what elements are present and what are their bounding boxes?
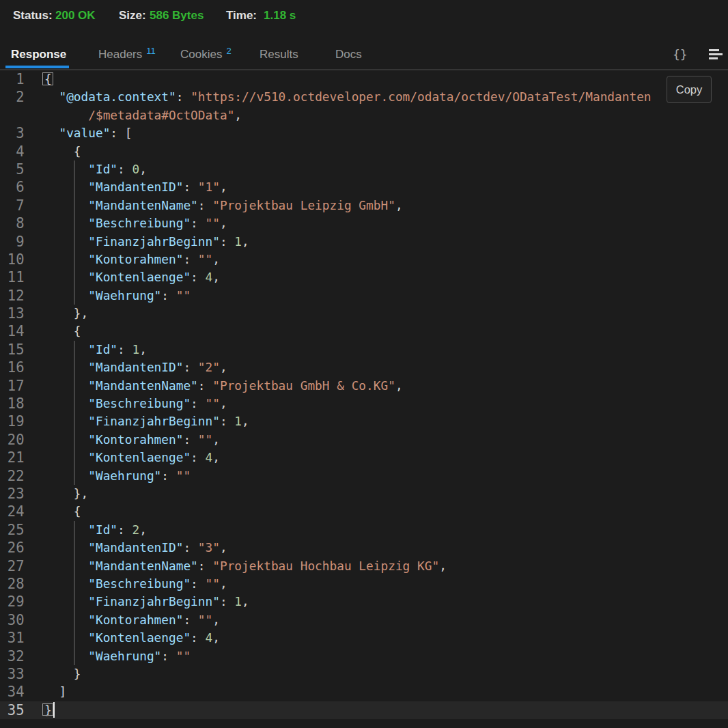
code-line-content: "Waehrung": "" [44,287,191,305]
size-value: 586 Bytes [150,9,204,23]
tab-response[interactable]: Response [11,48,66,61]
code-line-content: "MandantenID": "2", [44,359,227,376]
code-token: : [161,649,176,663]
code-token [44,559,88,573]
line-number: 2 [0,88,25,106]
line-number: 33 [0,665,25,683]
code-line-content: "MandantenName": "Projektbau Leipzig Gmb… [44,197,403,214]
code-line-content: { [44,143,81,160]
code-area[interactable]: 1{2 "@odata.context": "https://v510.octd… [0,70,728,728]
code-token: : [183,180,197,194]
code-token: "MandantenName" [88,559,198,573]
line-number: 1 [0,70,25,88]
code-token: "Id" [88,162,117,176]
code-token: : [183,540,197,555]
tab-headers-label: Headers [98,48,142,61]
text-cursor [53,702,55,718]
code-token: : [191,450,205,464]
line-number: 24 [0,503,25,520]
code-line: 30 "Kontorahmen": "", [0,611,728,629]
code-token [44,504,74,518]
line-number: 9 [0,233,25,251]
line-number: 22 [0,467,25,485]
code-line: 27 "MandantenName": "Projektbau Hochbau … [0,557,728,575]
line-number: 27 [0,557,25,575]
code-token: : [220,234,234,249]
tab-results[interactable]: Results [260,48,298,61]
code-token [44,486,74,501]
code-token: , [234,108,242,122]
code-token: , [220,180,227,194]
code-line: 24 { [0,503,728,520]
line-number: 15 [0,341,25,359]
code-token: 1 [234,234,242,249]
code-token [44,684,59,699]
code-token [44,108,88,122]
code-token [44,649,88,663]
tab-headers[interactable]: Headers11 [98,48,156,61]
menu-icon[interactable] [709,49,723,60]
code-line: 34 ] [0,683,728,701]
line-number: 3 [0,124,25,142]
code-line-content: "Kontenlaenge": 4, [44,449,220,466]
code-line: 14 { [0,322,728,340]
code-line: 6 "MandantenID": "1", [0,178,728,196]
code-token [44,522,88,537]
code-token: , [212,450,220,464]
code-line: 5 "Id": 0, [0,160,728,178]
code-token: , [220,576,227,591]
code-token: "Waehrung" [88,288,161,303]
code-line: 15 "Id": 1, [0,341,728,359]
code-token [44,450,88,464]
code-line-content: }, [44,305,88,322]
code-line: 11 "Kontenlaenge": 4, [0,268,728,286]
code-line-content: "MandantenID": "3", [44,539,227,557]
code-line: 13 }, [0,305,728,322]
code-line-content: "Beschreibung": "", [44,395,227,412]
code-token: 1 [234,414,242,428]
line-number: 8 [0,214,25,232]
line-number: 4 [0,143,25,160]
tab-docs[interactable]: Docs [335,48,362,61]
code-line-content: "value": [ [44,124,132,142]
time-label: Time: [226,9,257,23]
code-line: 35} [0,701,728,719]
code-token: "MandantenName" [88,378,198,393]
code-token: "Kontorahmen" [88,613,183,627]
code-token: , [242,414,249,428]
code-line: 18 "Beschreibung": "", [0,395,728,412]
line-number: 13 [0,305,25,322]
line-number: 28 [0,575,25,593]
code-token: "FinanzjahrBeginn" [88,234,220,249]
code-token [44,630,88,645]
tab-cookies[interactable]: Cookies2 [180,48,232,61]
code-line-content: "Beschreibung": "", [44,575,227,593]
code-token: 4 [206,630,213,645]
code-line: 3 "value": [ [0,124,728,142]
code-token: : [183,360,197,374]
code-token [44,252,88,266]
code-token [44,306,74,320]
copy-button[interactable]: Copy [667,76,712,103]
code-line: 1{ [0,70,728,88]
code-token: , [220,216,227,230]
code-line-content: ] [44,683,66,701]
code-line-content: { [44,503,81,520]
code-token: } [74,667,81,681]
code-line-content: "Kontorahmen": "", [44,611,220,629]
format-json-icon[interactable]: {} [673,47,688,61]
line-number: 30 [0,611,25,629]
code-line: 4 { [0,143,728,160]
line-number: 10 [0,251,25,268]
code-token: : [220,594,234,608]
code-token: : [220,414,234,428]
code-line: 8 "Beschreibung": "", [0,214,728,232]
code-token: "Projektbau Leipzig GmbH" [212,198,395,212]
code-token: "FinanzjahrBeginn" [88,414,220,428]
response-tab-bar: Response Headers11 Cookies2 Results Docs… [0,31,728,69]
code-token: } [44,703,52,717]
code-token: "Kontorahmen" [88,252,183,266]
code-token: { [74,504,81,518]
line-number: 26 [0,539,25,557]
code-line-content: }, [44,485,88,503]
